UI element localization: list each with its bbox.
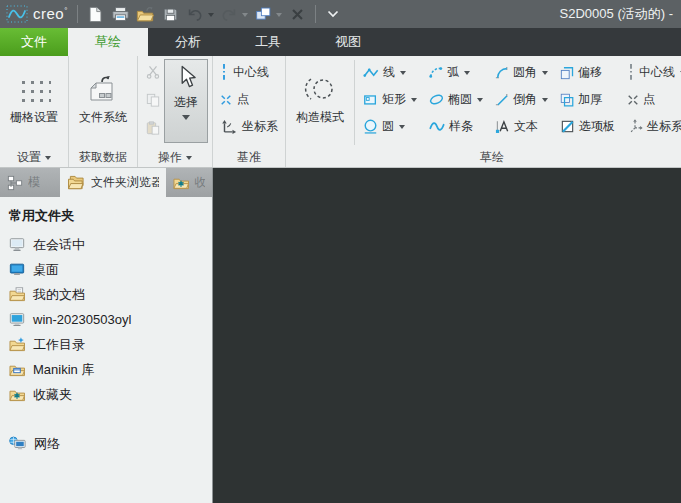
chevron-down-icon[interactable] bbox=[400, 71, 406, 78]
library-folder-icon bbox=[9, 362, 25, 377]
copy-button[interactable] bbox=[143, 89, 163, 111]
centerline-icon bbox=[627, 63, 635, 82]
favorites-folder-icon bbox=[173, 175, 189, 190]
open-button[interactable] bbox=[133, 2, 158, 26]
model-tree-icon bbox=[7, 175, 23, 191]
graphics-canvas[interactable] bbox=[213, 168, 681, 503]
construction-mode-button[interactable]: 构造模式 bbox=[290, 58, 350, 138]
navigator-tab-strip: 模 文件夹浏览器 收 bbox=[0, 168, 212, 197]
tab-model-tree-label: 模 bbox=[28, 174, 40, 191]
circle-button[interactable]: 圆 bbox=[359, 113, 425, 140]
cursor-arrow-icon bbox=[176, 65, 197, 90]
windows-button[interactable] bbox=[251, 2, 276, 26]
coordinate-system-icon bbox=[220, 119, 237, 135]
group-footer-operations[interactable]: 操作 bbox=[138, 147, 212, 167]
folder-item-desktop[interactable]: 桌面 bbox=[9, 257, 212, 282]
grid-settings-button[interactable]: 栅格设置 bbox=[4, 58, 64, 138]
select-button[interactable]: 选择 bbox=[164, 59, 208, 143]
windows-dropdown-arrow bbox=[276, 13, 282, 20]
cut-button[interactable] bbox=[143, 61, 163, 83]
fillet-button[interactable]: 圆角 bbox=[491, 59, 556, 86]
close-window-button[interactable] bbox=[285, 2, 310, 26]
point-icon bbox=[627, 94, 639, 106]
folder-item-working-directory[interactable]: 工作目录 bbox=[9, 332, 212, 357]
redo-icon bbox=[220, 7, 238, 22]
working-directory-icon bbox=[9, 337, 25, 352]
window-title: S2D0005 (活动的) - bbox=[560, 5, 673, 23]
spline-button[interactable]: 样条 bbox=[425, 113, 491, 140]
palette-button[interactable]: 选项板 bbox=[556, 113, 623, 140]
chevron-down-icon[interactable] bbox=[477, 98, 483, 105]
paste-icon bbox=[146, 121, 160, 135]
file-system-button[interactable]: 文件系统 bbox=[73, 58, 133, 138]
redo-button[interactable] bbox=[217, 2, 242, 26]
chevron-down-icon[interactable] bbox=[464, 71, 470, 78]
chevron-down-icon[interactable] bbox=[182, 115, 190, 124]
datum-csys-button[interactable]: 坐标系 bbox=[217, 113, 281, 140]
folder-browser-body: 常用文件夹 在会话中 桌面 我的文档 win-20230503oyl 工作目录 … bbox=[0, 197, 212, 503]
tab-model-tree[interactable]: 模 bbox=[0, 168, 60, 197]
print-button[interactable] bbox=[108, 2, 133, 26]
rectangle-button[interactable]: 矩形 bbox=[359, 86, 425, 113]
ribbon: 栅格设置 设置 文件系统 获取数据 bbox=[0, 56, 681, 168]
chevron-down-icon[interactable] bbox=[411, 98, 417, 105]
divider bbox=[77, 5, 78, 23]
datum-centerline-button[interactable]: 中心线 bbox=[217, 59, 281, 86]
ellipse-button[interactable]: 椭圆 bbox=[425, 86, 491, 113]
thicken-icon bbox=[560, 93, 574, 107]
folder-item-favorites[interactable]: 收藏夹 bbox=[9, 382, 212, 407]
folder-browser-icon bbox=[67, 175, 86, 191]
tab-view[interactable]: 视图 bbox=[308, 28, 388, 56]
sketch-csys-button[interactable]: 坐标系 bbox=[623, 113, 681, 140]
construction-mode-label: 构造模式 bbox=[296, 109, 344, 126]
open-folder-icon bbox=[136, 6, 154, 23]
windows-icon bbox=[255, 6, 272, 22]
offset-button[interactable]: 偏移 bbox=[556, 59, 623, 86]
paste-button[interactable] bbox=[143, 117, 163, 139]
save-button[interactable] bbox=[158, 2, 183, 26]
arc-button[interactable]: 弧 bbox=[425, 59, 491, 86]
computer-icon bbox=[9, 312, 25, 327]
tab-sketch[interactable]: 草绘 bbox=[68, 28, 148, 56]
new-file-icon bbox=[88, 6, 103, 23]
tab-favorites[interactable]: 收 bbox=[166, 168, 212, 197]
spline-icon bbox=[429, 121, 445, 132]
tab-file[interactable]: 文件 bbox=[0, 28, 68, 56]
folder-item-computer[interactable]: win-20230503oyl bbox=[9, 307, 212, 332]
divider bbox=[315, 5, 316, 23]
chevron-down-icon[interactable] bbox=[399, 125, 405, 132]
rectangle-icon bbox=[363, 93, 378, 106]
folder-item-in-session[interactable]: 在会话中 bbox=[9, 232, 212, 257]
centerline-icon bbox=[220, 63, 228, 82]
group-footer-settings[interactable]: 设置 bbox=[0, 147, 68, 167]
folder-item-manikin-library[interactable]: Manikin 库 bbox=[9, 357, 212, 382]
chevron-down-icon[interactable] bbox=[542, 98, 548, 105]
undo-button[interactable] bbox=[183, 2, 208, 26]
undo-dropdown-arrow[interactable] bbox=[208, 13, 214, 20]
text-button[interactable]: 文本 bbox=[491, 113, 556, 140]
select-label: 选择 bbox=[174, 94, 198, 111]
coordinate-system-icon bbox=[627, 119, 643, 135]
file-system-label: 文件系统 bbox=[79, 109, 127, 126]
thicken-button[interactable]: 加厚 bbox=[556, 86, 623, 113]
tab-tools[interactable]: 工具 bbox=[228, 28, 308, 56]
tab-analysis[interactable]: 分析 bbox=[148, 28, 228, 56]
chevron-down-icon[interactable] bbox=[542, 71, 548, 78]
group-settings: 栅格设置 设置 bbox=[0, 56, 69, 167]
folder-item-my-documents[interactable]: 我的文档 bbox=[9, 282, 212, 307]
line-button[interactable]: 线 bbox=[359, 59, 425, 86]
tab-folder-browser[interactable]: 文件夹浏览器 bbox=[60, 168, 166, 197]
undo-icon bbox=[186, 7, 204, 22]
toolbar-options-button[interactable] bbox=[321, 2, 346, 26]
sketch-point-button[interactable]: 点 bbox=[623, 86, 681, 113]
documents-folder-icon bbox=[9, 287, 25, 302]
new-file-button[interactable] bbox=[83, 2, 108, 26]
chamfer-button[interactable]: 倒角 bbox=[491, 86, 556, 113]
sketch-centerline-button[interactable]: 中心线 bbox=[623, 59, 681, 86]
datum-point-button[interactable]: 点 bbox=[217, 86, 281, 113]
group-operations: 选择 操作 bbox=[138, 56, 213, 167]
folder-item-network[interactable]: 网络 bbox=[9, 431, 212, 456]
sketch-tools-grid: 线 矩形 圆 弧 椭圆 样条 圆角 倒角 文本 偏移 加厚 选项板 中心线 点 … bbox=[359, 58, 681, 140]
group-sketch: 构造模式 线 矩形 圆 弧 椭圆 样条 圆角 倒角 文本 偏移 加厚 选项板 中… bbox=[286, 56, 681, 167]
desktop-icon bbox=[9, 262, 25, 277]
